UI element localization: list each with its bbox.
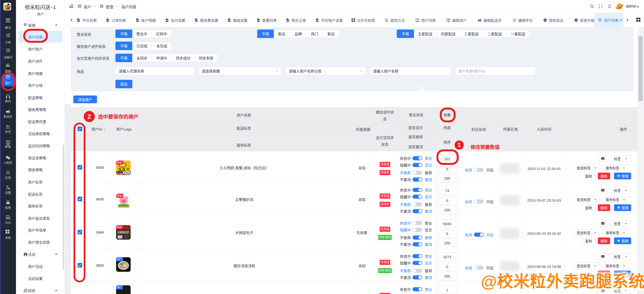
svg-text:A: A: [544, 19, 546, 21]
svg-text:A: A: [575, 19, 577, 21]
svg-text:2: 2: [5, 4, 8, 10]
svg-text:$: $: [24, 290, 26, 292]
